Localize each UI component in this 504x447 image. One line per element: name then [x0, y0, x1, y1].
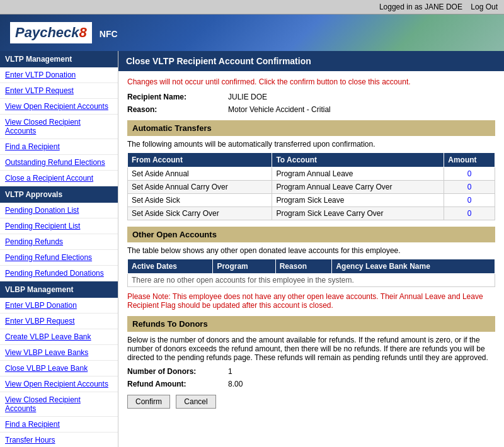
table-row: Set Aside Annual Carry Over Program Annu… [128, 181, 495, 194]
to-account: Program Sick Leave [272, 194, 444, 207]
main-layout: VLTP Management Enter VLTP Donation Ente… [0, 51, 504, 447]
sidebar-item-enter-vlbp-donation[interactable]: Enter VLBP Donation [0, 298, 118, 314]
from-account: Set Aside Sick Carry Over [128, 207, 272, 220]
cancel-button[interactable]: Cancel [176, 395, 215, 409]
col-from-account: From Account [128, 153, 272, 167]
refund-desc: Below is the number of donors and the am… [127, 336, 495, 362]
refund-amount-value: 8.00 [228, 380, 243, 388]
amount: 0 [444, 194, 495, 207]
donors-label: Number of Donors: [127, 367, 228, 376]
sidebar-item-transfer-hours[interactable]: Transfer Hours [0, 433, 118, 447]
sidebar-item-outstanding-refund-elections[interactable]: Outstanding Refund Elections [0, 155, 118, 171]
recipient-value: JULIE DOE [228, 93, 267, 101]
other-empty-row: There are no other open accounts for thi… [128, 274, 495, 287]
sidebar-item-enter-vltp-donation[interactable]: Enter VLTP Donation [0, 67, 118, 83]
vltp-approvals-section-header: VLTP Approvals [0, 186, 118, 203]
logo-eight: 8 [79, 25, 87, 40]
sidebar-item-enter-vlbp-request[interactable]: Enter VLBP Request [0, 314, 118, 329]
col-active-dates: Active Dates [128, 259, 213, 274]
refund-amount-row: Refund Amount: 8.00 [127, 380, 495, 388]
sidebar-item-close-vlbp-leave-bank[interactable]: Close VLBP Leave Bank [0, 361, 118, 376]
reason-row: Reason: Motor Vehicle Accident - Critial [127, 105, 495, 114]
auto-transfers-header: Automatic Transfers [127, 120, 495, 136]
sidebar-item-enter-vltp-request[interactable]: Enter VLTP Request [0, 83, 118, 99]
page-title: Close VLTP Recipient Account Confirmatio… [118, 51, 504, 71]
sidebar-item-create-vlbp-leave-bank[interactable]: Create VLBP Leave Bank [0, 329, 118, 345]
other-accounts-desc: The table below shows any other open don… [127, 246, 495, 255]
donors-row: Number of Donors: 1 [127, 367, 495, 376]
sidebar-item-pending-refund-elections[interactable]: Pending Refund Elections [0, 250, 118, 266]
confirm-button[interactable]: Confirm [127, 395, 170, 409]
transfers-table: From Account To Account Amount Set Aside… [127, 152, 495, 220]
recipient-row: Recipient Name: JULIE DOE [127, 93, 495, 101]
sidebar-item-vlbp-view-open-recipient[interactable]: View Open Recipient Accounts [0, 376, 118, 392]
reason-value: Motor Vehicle Accident - Critial [228, 105, 331, 114]
sidebar-item-view-closed-recipient-accounts[interactable]: View Closed Recipient Accounts [0, 115, 118, 139]
button-row: Confirm Cancel [127, 395, 495, 409]
auto-transfers-desc: The following amounts will be automatica… [127, 140, 495, 149]
logo-paycheck: Paycheck [15, 25, 79, 40]
content-area: Close VLTP Recipient Account Confirmatio… [118, 51, 504, 447]
to-account: Program Sick Leave Carry Over [272, 207, 444, 220]
other-accounts-header: Other Open Accounts [127, 227, 495, 242]
refunds-header: Refunds To Donors [127, 316, 495, 332]
note-text: Please Note: This employee does not have… [127, 292, 495, 310]
logo-nfc: NFC [100, 29, 118, 39]
from-account: Set Aside Annual [128, 167, 272, 181]
from-account: Set Aside Annual Carry Over [128, 181, 272, 194]
amount: 0 [444, 167, 495, 181]
donors-value: 1 [228, 367, 232, 376]
sidebar-item-pending-donation-list[interactable]: Pending Donation List [0, 203, 118, 218]
table-row: Set Aside Annual Program Annual Leave 0 [128, 167, 495, 181]
amount: 0 [444, 181, 495, 194]
sidebar-item-find-recipient[interactable]: Find a Recipient [0, 139, 118, 155]
sidebar: VLTP Management Enter VLTP Donation Ente… [0, 51, 118, 447]
notice-text: Changes will not occur until confirmed. … [127, 77, 495, 86]
to-account: Program Annual Leave Carry Over [272, 181, 444, 194]
col-program: Program [213, 259, 275, 274]
reason-label: Reason: [127, 105, 228, 114]
logout-link[interactable]: Log Out [471, 3, 498, 11]
vlbp-section-header: VLBP Management [0, 281, 118, 298]
logged-in-text: Logged in as JANE DOE [379, 3, 462, 11]
col-reason: Reason [275, 259, 332, 274]
from-account: Set Aside Sick [128, 194, 272, 207]
sidebar-item-vlbp-view-closed-recipient[interactable]: View Closed Recipient Accounts [0, 392, 118, 417]
amount: 0 [444, 207, 495, 220]
sidebar-item-pending-recipient-list[interactable]: Pending Recipient List [0, 218, 118, 234]
to-account: Program Annual Leave [272, 167, 444, 181]
app-header: Paycheck8 NFC [0, 14, 504, 51]
refund-amount-label: Refund Amount: [127, 380, 228, 388]
other-empty-cell: There are no other open accounts for thi… [128, 274, 495, 287]
sidebar-item-pending-refunded-donations[interactable]: Pending Refunded Donations [0, 266, 118, 281]
sidebar-item-pending-refunds[interactable]: Pending Refunds [0, 234, 118, 250]
top-bar: Logged in as JANE DOE Log Out [0, 0, 504, 14]
col-agency-leave-bank: Agency Leave Bank Name [332, 259, 495, 274]
sidebar-item-vlbp-find-recipient[interactable]: Find a Recipient [0, 417, 118, 433]
vltp-section-header: VLTP Management [0, 51, 118, 67]
content-body: Changes will not occur until confirmed. … [118, 71, 504, 415]
recipient-label: Recipient Name: [127, 93, 228, 101]
sidebar-item-close-recipient-account[interactable]: Close a Recipient Account [0, 171, 118, 186]
sidebar-item-view-open-recipient-accounts[interactable]: View Open Recipient Accounts [0, 99, 118, 115]
table-row: Set Aside Sick Carry Over Program Sick L… [128, 207, 495, 220]
col-to-account: To Account [272, 153, 444, 167]
logo-box: Paycheck8 [10, 22, 92, 43]
sidebar-item-view-vlbp-leave-banks[interactable]: View VLBP Leave Banks [0, 345, 118, 361]
table-row: Set Aside Sick Program Sick Leave 0 [128, 194, 495, 207]
col-amount: Amount [444, 153, 495, 167]
other-accounts-table: Active Dates Program Reason Agency Leave… [127, 259, 495, 287]
